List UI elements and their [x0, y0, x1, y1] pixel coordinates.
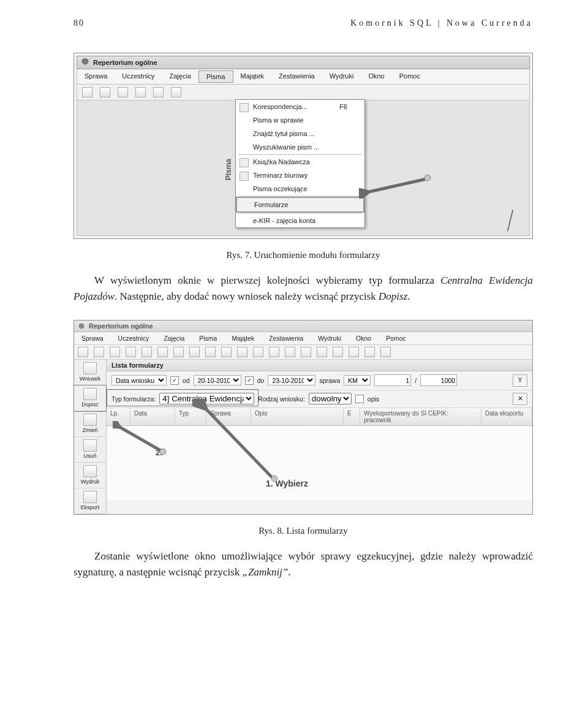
svg-line-2 — [118, 426, 160, 450]
side-label: Wniosek — [80, 376, 101, 382]
calendar-icon — [239, 172, 249, 181]
col-data-eksportu[interactable]: Data eksportu — [481, 408, 532, 425]
paragraph-1: W wyświetlonym oknie w pierwszej kolejno… — [74, 273, 533, 305]
col-opis[interactable]: Opis — [251, 408, 344, 425]
table-header: Lp. Data Typ Sprawa Opis E Wyeksportowan… — [107, 408, 532, 426]
toolbar-icon[interactable] — [78, 347, 88, 357]
toolbar-icon[interactable] — [364, 347, 375, 357]
menu-item-wyszukiwanie[interactable]: Wyszukiwanie pism ... — [236, 140, 364, 154]
date-from[interactable]: 20-10-2010 — [194, 375, 241, 385]
toolbar-icon[interactable] — [173, 347, 184, 357]
menu-zestawienia[interactable]: Zestawienia — [271, 70, 322, 83]
col-e[interactable]: E — [344, 408, 360, 425]
label-sprawa: sprawa — [319, 377, 340, 384]
toolbar-icon[interactable] — [253, 347, 263, 357]
toolbar-icon[interactable] — [141, 347, 152, 357]
menu-uczestnicy[interactable]: Uczestnicy — [111, 333, 157, 343]
col-typ[interactable]: Typ — [175, 408, 206, 425]
print-icon — [83, 465, 97, 477]
toolbar-icon[interactable] — [285, 347, 295, 357]
menu-item-znajdz-tytul[interactable]: Znajdź tytuł pisma ... — [236, 127, 364, 140]
date-to[interactable]: 23-10-2010 — [268, 375, 315, 385]
side-label: Dopisz — [81, 401, 99, 408]
case-from[interactable] — [374, 374, 411, 386]
toolbar-icon[interactable] — [110, 347, 120, 357]
side-zmien[interactable]: Zmień — [74, 411, 106, 437]
menu-item-terminarz[interactable]: Terminarz biurowy — [236, 169, 364, 182]
checkbox[interactable]: ✓ — [245, 376, 254, 385]
menu-zestawienia[interactable]: Zestawienia — [262, 333, 311, 343]
toolbar-icon[interactable] — [349, 347, 359, 357]
menu-pisma[interactable]: Pisma — [192, 333, 224, 343]
toolbar-icon[interactable] — [317, 347, 327, 357]
side-toolbar: Wniosek Dopisz Zmień Usuń Wydruk Eksport — [74, 360, 107, 514]
clear-button[interactable]: ✕ — [513, 393, 527, 405]
menu-sprawa[interactable]: Sprawa — [77, 70, 115, 83]
menu-majatek[interactable]: Majątek — [233, 70, 272, 83]
toolbar-icon[interactable] — [189, 347, 200, 357]
toolbar-icon[interactable] — [221, 347, 232, 357]
menu-item-pisma-w-sprawie[interactable]: Pisma w sprawie — [236, 113, 364, 127]
toolbar-icon[interactable] — [126, 347, 136, 357]
menu-zajecia[interactable]: Zajęcia — [156, 333, 192, 343]
case-type-select[interactable]: KM — [344, 375, 371, 385]
checkbox-opis[interactable] — [355, 395, 364, 403]
filter-row-1: Data wniosku ✓ od 20-10-2010 ✓ do 23-10-… — [107, 371, 532, 390]
page-number: 80 — [74, 18, 85, 28]
side-wydruk[interactable]: Wydruk — [74, 463, 106, 488]
svg-point-1 — [424, 175, 431, 181]
window-title: Repertorium ogólne — [89, 322, 153, 330]
menu-pisma[interactable]: Pisma — [198, 70, 233, 83]
menu-item-ekir[interactable]: e-KIR - zajęcia konta — [236, 214, 364, 227]
menu-okno[interactable]: Okno — [361, 70, 391, 83]
toolbar-icon[interactable] — [380, 347, 391, 357]
menu-item-formularze[interactable]: Formularze — [236, 197, 364, 213]
menu-majatek[interactable]: Majątek — [224, 333, 262, 343]
toolbar-icon[interactable] — [205, 347, 216, 357]
menu-wydruki[interactable]: Wydruki — [322, 70, 361, 83]
window-title: Repertorium ogólne — [93, 59, 157, 66]
col-data[interactable]: Data — [130, 408, 175, 425]
menu-item-korespondencja[interactable]: Korespondencja... F6 — [236, 100, 364, 113]
toolbar-icon[interactable] — [269, 347, 279, 357]
menu-okno[interactable]: Okno — [349, 333, 379, 343]
col-sprawa[interactable]: Sprawa — [206, 408, 251, 425]
col-export[interactable]: Wyeksportowany do SI CEPIK: pracownik — [360, 408, 481, 425]
menu-zajecia[interactable]: Zajęcia — [162, 70, 198, 83]
menu-sprawa[interactable]: Sprawa — [74, 333, 111, 343]
figure-7-caption: Rys. 7. Uruchomienie modułu formularzy — [74, 250, 533, 260]
request-kind-select[interactable]: dowolny — [309, 393, 352, 404]
side-wniosek[interactable]: Wniosek — [74, 360, 106, 385]
label-do: do — [257, 377, 265, 384]
menu-item-shortcut: F6 — [339, 103, 347, 110]
case-to[interactable] — [420, 374, 457, 386]
toolbar-icon[interactable] — [301, 347, 311, 357]
toolbar-icon[interactable] — [171, 87, 181, 97]
toolbar-icon[interactable] — [94, 347, 104, 357]
side-dopisz[interactable]: Dopisz — [74, 385, 106, 411]
toolbar-icon[interactable] — [157, 347, 168, 357]
filter-button[interactable]: Y — [513, 374, 527, 387]
toolbar-icon[interactable] — [135, 87, 146, 97]
toolbar-icon[interactable] — [82, 87, 92, 97]
menu-pomoc[interactable]: Pomoc — [392, 70, 428, 83]
toolbar-icon[interactable] — [100, 87, 110, 97]
menu-item-oczekujace[interactable]: Pisma oczekujące — [236, 182, 364, 195]
date-field-select[interactable]: Data wniosku — [111, 375, 167, 385]
toolbar-icon[interactable] — [237, 347, 247, 357]
toolbar-icon[interactable] — [118, 87, 128, 97]
form-type-select[interactable]: 4] Centralna Ewidencja Pojazdó — [159, 393, 254, 404]
menu-wydruki[interactable]: Wydruki — [311, 333, 349, 343]
menu-uczestnicy[interactable]: Uczestnicy — [115, 70, 162, 83]
menu-item-ksiazka[interactable]: Książka Nadawcza — [236, 155, 364, 169]
col-lp[interactable]: Lp. — [107, 408, 130, 425]
toolbar-icon[interactable] — [153, 87, 164, 97]
side-usun[interactable]: Usuń — [74, 437, 106, 463]
menu-pomoc[interactable]: Pomoc — [379, 333, 413, 343]
menu-item-label: Książka Nadawcza — [253, 158, 310, 165]
figure-7-screenshot: Repertorium ogólne Sprawa Uczestnicy Zaj… — [74, 53, 533, 239]
toolbar-icon[interactable] — [333, 347, 343, 357]
export-icon — [83, 491, 97, 503]
side-eksport[interactable]: Eksport — [74, 488, 106, 514]
checkbox[interactable]: ✓ — [170, 376, 179, 385]
